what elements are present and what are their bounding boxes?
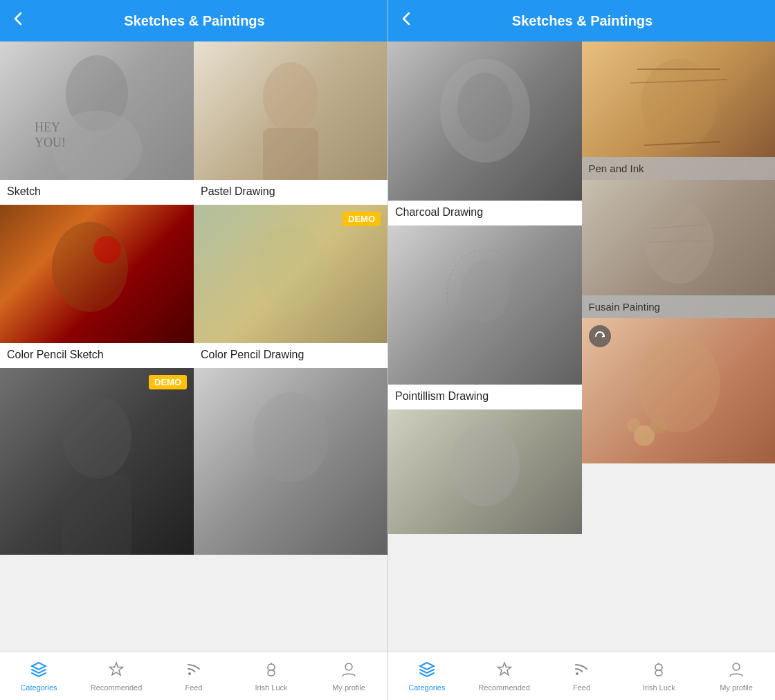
filter-thumb-sketch: HEY YOU! [0,42,194,180]
svg-marker-12 [110,663,123,675]
svg-marker-32 [498,663,511,675]
my-profile-icon-right [727,661,745,681]
recommended-icon-right [495,661,513,681]
filter-item-color-pencil[interactable]: DEMO Color Pencil Drawing [194,205,388,368]
svg-point-4 [263,62,318,131]
irish-luck-icon [262,661,280,681]
svg-point-19 [461,260,509,322]
filter-thumb-pointillism [388,225,582,385]
tab-label-feed-right: Feed [573,683,590,692]
svg-point-17 [457,73,513,142]
categories-icon [30,661,48,681]
filter-item-new[interactable]: DEMO [0,368,194,555]
filter-thumb-pastel [194,42,388,180]
left-header: Sketches & Paintings [0,0,388,42]
right-right-col: Pen and Ink Fusain Painting [582,42,776,534]
filter-thumb-bottom-left [194,368,388,555]
filter-item-color-sketch[interactable]: Color Pencil Sketch [0,205,194,368]
svg-point-30 [650,417,666,434]
svg-point-35 [733,663,740,670]
svg-point-20 [450,423,520,506]
feed-icon [185,661,203,681]
filter-item-double-exp[interactable] [582,318,776,463]
tab-irish-luck-right[interactable]: Irish Luck [620,656,698,696]
svg-point-9 [62,396,131,479]
svg-rect-10 [62,475,131,555]
right-back-button[interactable] [399,11,413,30]
svg-point-28 [637,335,720,432]
filter-thumb-new [0,368,194,555]
svg-rect-5 [263,128,318,180]
filter-label-sketch: Sketch [0,180,194,205]
filter-label-pen-ink: Pen and Ink [582,157,776,180]
svg-point-15 [345,663,352,670]
left-filter-grid: HEY YOU! Sketch Pastel Drawing [0,42,388,555]
demo-badge-color-pencil: DEMO [343,212,381,226]
irish-luck-icon-right [650,661,668,681]
demo-badge-new: DEMO [149,375,187,389]
tab-label-recommended-right: Recommended [478,683,530,692]
right-left-col: Charcoal Drawing Pointillism Drawing [388,42,582,534]
left-header-title: Sketches & Paintings [33,13,356,29]
right-scroll-content: Charcoal Drawing Pointillism Drawing [388,42,775,652]
tab-label-my-profile-left: My profile [332,683,365,692]
filter-item-bottom-left[interactable] [194,368,388,555]
filter-label-pastel: Pastel Drawing [194,180,388,205]
tab-feed-right[interactable]: Feed [543,656,621,696]
tab-label-categories-left: Categories [20,683,57,692]
right-tab-bar: Categories Recommended Feed [388,652,775,700]
tab-label-irish-luck-right: Irish Luck [643,683,675,692]
tab-my-profile-right[interactable]: My profile [698,656,775,696]
tab-feed-left[interactable]: Feed [155,656,232,696]
filter-thumb-double-exp [582,318,776,463]
filter-thumb-color-sketch [0,205,194,343]
left-panel: Sketches & Paintings HEY YOU! Sketch [0,0,388,700]
tab-recommended-left[interactable]: Recommended [78,656,155,696]
tab-label-irish-luck-left: Irish Luck [255,683,287,692]
categories-icon-right [418,661,436,681]
tab-irish-luck-left[interactable]: Irish Luck [232,656,310,696]
filter-item-bottom-sketch-right[interactable] [388,409,582,534]
filter-label-charcoal: Charcoal Drawing [388,201,582,225]
filter-item-charcoal[interactable]: Charcoal Drawing [388,42,582,225]
svg-point-33 [576,672,578,675]
right-panel: Sketches & Paintings Charcoal Drawing [388,0,775,700]
filter-thumb-bottom-sketch-right [388,409,582,534]
tab-categories-right[interactable]: Categories [388,656,466,696]
left-tab-bar: Categories Recommended Feed [0,652,388,700]
tab-label-feed-left: Feed [185,683,202,692]
filter-item-pastel[interactable]: Pastel Drawing [194,42,388,205]
right-header-title: Sketches & Paintings [421,13,743,29]
left-scroll-content: HEY YOU! Sketch Pastel Drawing [0,42,388,652]
svg-text:YOU!: YOU! [35,136,66,149]
svg-point-7 [93,236,121,264]
svg-point-13 [188,672,191,675]
feed-icon-right [572,661,590,681]
my-profile-icon-left [340,661,358,681]
tab-recommended-right[interactable]: Recommended [466,656,543,696]
svg-point-31 [627,418,641,432]
tab-label-my-profile-right: My profile [720,683,753,692]
rotation-badge [589,325,611,347]
filter-item-pen-ink[interactable]: Pen and Ink [582,42,776,180]
filter-label-color-pencil: Color Pencil Drawing [194,343,388,368]
filter-label-color-sketch: Color Pencil Sketch [0,343,194,368]
svg-text:HEY: HEY [35,120,60,134]
svg-point-11 [253,392,329,482]
filter-label-fusain: Fusain Painting [582,295,776,318]
filter-item-sketch[interactable]: HEY YOU! Sketch [0,42,194,205]
left-back-button[interactable] [11,11,25,30]
filter-thumb-charcoal [388,42,582,201]
tab-categories-left[interactable]: Categories [0,656,78,696]
right-header: Sketches & Paintings [388,0,775,42]
tab-label-categories-right: Categories [408,683,445,692]
filter-item-fusain[interactable]: Fusain Painting [582,180,776,318]
svg-point-8 [256,225,325,308]
tab-my-profile-left[interactable]: My profile [310,656,388,696]
right-top-row: Charcoal Drawing Pointillism Drawing [388,42,775,534]
filter-label-pointillism: Pointillism Drawing [388,385,582,409]
tab-label-recommended-left: Recommended [91,683,143,692]
filter-item-pointillism[interactable]: Pointillism Drawing [388,225,582,409]
svg-point-21 [641,59,717,149]
recommended-icon [107,661,125,681]
